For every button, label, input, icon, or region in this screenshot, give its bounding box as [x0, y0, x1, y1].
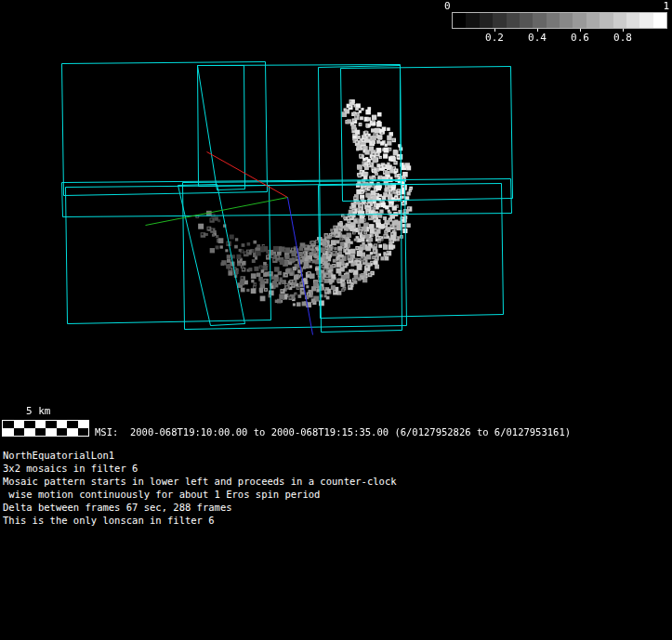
colorbar-cell [586, 13, 600, 28]
colorbar-cell [520, 13, 533, 28]
status-line: MSI: 2000-068T19:10:00.00 to 2000-068T19… [95, 425, 571, 438]
note-line: 3x2 mosaics in filter 6 [3, 462, 397, 475]
colorbar-tick-label: 0.2 [483, 33, 506, 43]
colorbar: 0 1 0.20.40.60.8 [443, 1, 672, 46]
colorbar-max-label: 1 [663, 1, 669, 11]
scale-bar-cell [3, 421, 14, 428]
colorbar-cell [507, 13, 520, 28]
scale-bar-cell [46, 421, 57, 428]
colorbar-cell [600, 13, 613, 28]
note-line: Mosaic pattern starts in lower left and … [3, 475, 397, 488]
colorbar-cell [626, 13, 639, 28]
app-window: { "window": { "width": 723, "height": 68… [0, 0, 672, 640]
colorbar-gradient [452, 12, 667, 29]
scale-bar-cell [24, 421, 35, 428]
scale-bar-cell [35, 428, 46, 436]
colorbar-cell [533, 13, 546, 28]
scale-bar-cell [24, 428, 35, 436]
colorbar-cell [453, 13, 466, 28]
scale-bar-cell [78, 421, 89, 428]
note-line: Delta between frames 67 sec, 288 frames [3, 501, 397, 514]
scale-bar-cell [57, 421, 68, 428]
colorbar-cell [573, 13, 586, 28]
scale-bar-label: 5 km [26, 406, 51, 417]
scale-bar-cell [67, 428, 78, 436]
colorbar-cell [613, 13, 626, 28]
colorbar-tick-label: 0.6 [569, 33, 591, 43]
scale-bar-cell [3, 428, 14, 436]
scale-bar-cell [57, 428, 68, 436]
colorbar-cell [480, 13, 493, 28]
scale-bar-cell [46, 428, 57, 436]
scale-bar-cell [14, 428, 25, 436]
scale-bar-cell [67, 421, 78, 428]
viewport-3d-render [0, 0, 672, 409]
colorbar-min-label: 0 [444, 1, 451, 11]
colorbar-tick-label: 0.8 [612, 33, 634, 43]
scale-bar [2, 420, 89, 437]
colorbar-cell [639, 13, 652, 28]
note-line: wise motion continuously for about 1 Ero… [3, 488, 397, 501]
colorbar-tick-label: 0.4 [526, 33, 548, 43]
scale-bar-cell [78, 428, 89, 436]
colorbar-cell [493, 13, 506, 28]
colorbar-cell [560, 13, 573, 28]
note-line: NorthEquatorialLon1 [3, 449, 397, 462]
scale-bar-cell [35, 421, 46, 428]
colorbar-cell [547, 13, 560, 28]
notes-block: NorthEquatorialLon13x2 mosaics in filter… [3, 449, 397, 527]
note-line: This is the only lonscan in filter 6 [3, 514, 397, 527]
colorbar-cell [653, 13, 666, 28]
scale-bar-cell [14, 421, 25, 428]
colorbar-cell [466, 13, 479, 28]
